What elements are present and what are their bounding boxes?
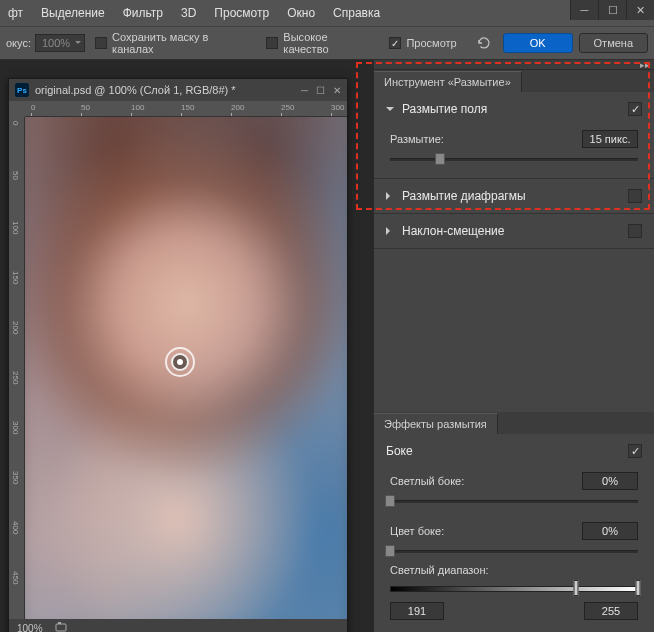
ruler-tick: 300 [11,421,20,434]
preview-label: Просмотр [406,37,456,49]
menu-item[interactable]: фт [8,6,23,20]
ruler-tick: 0 [11,121,20,125]
document-titlebar[interactable]: Ps original.psd @ 100% (Слой 1, RGB/8#) … [9,79,347,101]
preview-checkbox[interactable] [389,37,401,49]
iris-blur-enable-checkbox[interactable] [628,189,642,203]
zoom-level[interactable]: 100% [17,623,43,633]
section-field-blur: Размытие поля Размытие: 15 пикс. [374,92,654,179]
tilt-shift-enable-checkbox[interactable] [628,224,642,238]
svg-rect-1 [58,622,61,624]
light-bokeh-label: Светлый боке: [390,475,464,487]
ruler-tick: 50 [81,103,90,112]
menu-item[interactable]: Выделение [41,6,105,20]
menu-item[interactable]: 3D [181,6,196,20]
ruler-tick: 50 [11,171,20,180]
ruler-horizontal[interactable]: 0 50 100 150 200 250 300 [25,101,347,117]
slider-track [390,158,638,161]
ruler-tick: 100 [131,103,144,112]
section-header-tilt-shift[interactable]: Наклон-смещение [386,224,642,238]
panel-menu-icon[interactable]: ▸▸ [640,60,650,70]
blur-amount-slider[interactable] [390,152,638,166]
blur-amount-value[interactable]: 15 пикс. [582,130,638,148]
range-thumb-high[interactable] [636,580,641,596]
section-tilt-shift: Наклон-смещение [374,214,654,249]
section-bokeh: Боке Светлый боке: 0% Цвет боке: 0% [374,434,654,632]
bokeh-enable-checkbox[interactable] [628,444,642,458]
document-title: original.psd @ 100% (Слой 1, RGB/8#) * [35,84,236,96]
tab-row: Инструмент «Размытие» [374,70,654,92]
ruler-tick: 300 [331,103,344,112]
section-title: Боке [386,444,413,458]
ruler-tick: 250 [281,103,294,112]
chevron-down-icon [386,107,394,115]
ruler-tick: 200 [231,103,244,112]
ruler-tick: 250 [11,371,20,384]
svg-rect-0 [56,624,66,631]
focus-dropdown[interactable]: 100% [35,34,85,52]
color-bokeh-label: Цвет боке: [390,525,444,537]
chevron-right-icon [386,192,394,200]
blur-panel: ▸▸ Инструмент «Размытие» Размытие поля Р… [373,60,654,632]
menu-bar: фт Выделение Фильтр 3D Просмотр Окно Спр… [0,0,654,26]
reset-icon[interactable] [475,35,493,51]
photoshop-icon: Ps [15,83,29,97]
ok-button[interactable]: OK [503,33,573,53]
light-bokeh-slider[interactable] [390,494,638,508]
window-minimize-button[interactable]: ─ [570,0,598,20]
tab-blur-tools[interactable]: Инструмент «Размытие» [374,71,522,92]
menu-item[interactable]: Справка [333,6,380,20]
light-range-slider[interactable] [390,580,638,598]
doc-maximize-icon[interactable]: ☐ [316,85,325,96]
doc-close-icon[interactable]: ✕ [333,85,341,96]
section-iris-blur: Размытие диафрагмы [374,179,654,214]
high-quality-checkbox[interactable] [266,37,278,49]
color-bokeh-slider[interactable] [390,544,638,558]
ruler-tick: 350 [11,471,20,484]
range-thumb-low[interactable] [574,580,579,596]
range-track [390,586,638,592]
tab-row: Эффекты размытия [374,412,654,434]
canvas[interactable] [25,117,347,619]
menu-item[interactable]: Просмотр [214,6,269,20]
slider-thumb[interactable] [435,153,445,165]
slider-thumb[interactable] [385,545,395,557]
field-blur-enable-checkbox[interactable] [628,102,642,116]
light-range-low[interactable]: 191 [390,602,444,620]
cancel-button[interactable]: Отмена [579,33,648,53]
window-maximize-button[interactable]: ☐ [598,0,626,20]
section-title: Размытие поля [402,102,487,116]
light-bokeh-value[interactable]: 0% [582,472,638,490]
document-area: Ps original.psd @ 100% (Слой 1, RGB/8#) … [0,60,373,632]
window-close-button[interactable]: ✕ [626,0,654,20]
menu-item[interactable]: Окно [287,6,315,20]
section-title: Размытие диафрагмы [402,189,526,203]
doc-info-icon[interactable] [55,622,67,632]
blur-pin[interactable] [165,347,195,377]
slider-track [390,550,638,553]
menu-item[interactable]: Фильтр [123,6,163,20]
ruler-vertical[interactable]: 0 50 100 150 200 250 300 350 400 450 [9,117,25,619]
document-status-bar: 100% [9,619,347,632]
slider-track [390,500,638,503]
slider-thumb[interactable] [385,495,395,507]
panel-header: ▸▸ [374,60,654,70]
ruler-tick: 200 [11,321,20,334]
doc-minimize-icon[interactable]: ─ [301,85,308,96]
ruler-tick: 150 [11,271,20,284]
ruler-tick: 150 [181,103,194,112]
high-quality-label: Высокое качество [283,31,375,55]
light-range-label: Светлый диапазон: [390,564,638,576]
light-range-high[interactable]: 255 [584,602,638,620]
color-bokeh-value[interactable]: 0% [582,522,638,540]
save-mask-label: Сохранить маску в каналах [112,31,252,55]
ruler-tick: 450 [11,571,20,584]
tab-blur-effects[interactable]: Эффекты размытия [374,413,498,434]
options-bar: окус: 100% Сохранить маску в каналах Выс… [0,26,654,60]
ruler-tick: 100 [11,221,20,234]
chevron-right-icon [386,227,394,235]
section-title: Наклон-смещение [402,224,505,238]
section-header-iris-blur[interactable]: Размытие диафрагмы [386,189,642,203]
save-mask-checkbox[interactable] [95,37,107,49]
section-header-bokeh: Боке [386,444,642,458]
section-header-field-blur[interactable]: Размытие поля [386,102,642,116]
